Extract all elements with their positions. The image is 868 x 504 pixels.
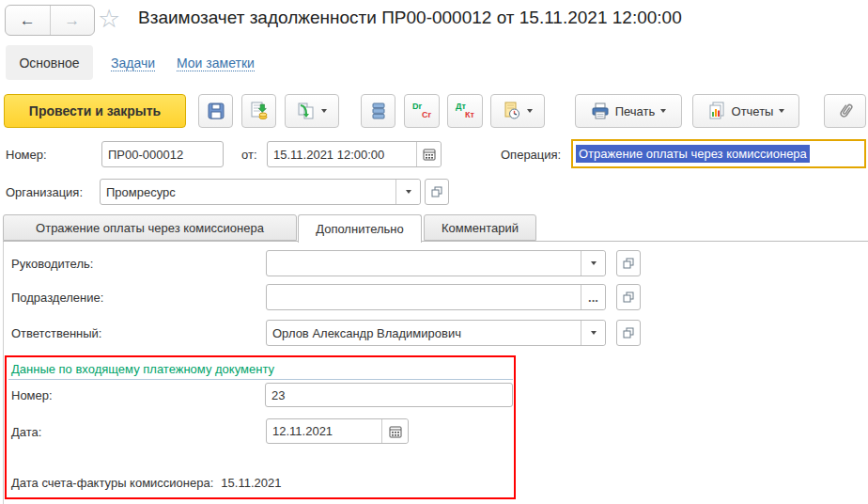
payment-number-input[interactable]: 23 <box>265 383 513 407</box>
tab-operation-label: Отражение оплаты через комиссионера <box>36 221 264 235</box>
group-title-underline <box>8 379 513 380</box>
manager-label: Руководитель: <box>11 257 93 272</box>
dr-label: Dr <box>412 102 422 111</box>
tab-additional-label: Дополнительно <box>316 222 404 236</box>
section-tab-main[interactable]: Основное <box>6 45 93 80</box>
department-open-button[interactable] <box>616 284 641 310</box>
chevron-down-icon <box>591 261 597 265</box>
history-nav: ← → <box>5 5 95 36</box>
tab-panel-top-border <box>3 241 868 242</box>
calendar-icon <box>423 148 436 161</box>
page-title: Взаимозачет задолженности ПР00-000012 от… <box>138 8 682 28</box>
responsible-dropdown-button[interactable] <box>581 321 605 345</box>
organization-input[interactable]: Промресурс <box>100 179 421 205</box>
manager-dropdown-button[interactable] <box>581 251 605 276</box>
dr-cr-icon: Dr Cr <box>411 101 432 121</box>
manager-input[interactable] <box>266 250 606 276</box>
kt-label: Кт <box>465 111 474 119</box>
payment-date-value: 12.11.2021 <box>267 424 381 438</box>
responsible-input[interactable]: Орлов Александр Владимирович <box>266 320 606 346</box>
department-label: Подразделение: <box>11 291 103 306</box>
print-button[interactable]: Печать <box>575 94 682 128</box>
tab-comment-label: Комментарий <box>442 221 519 235</box>
tab-panel-left-border <box>3 241 4 504</box>
manager-open-button[interactable] <box>616 250 641 276</box>
open-in-new-icon <box>431 186 442 197</box>
operation-input[interactable]: Отражение оплаты через комиссионера <box>571 139 866 168</box>
post-and-close-button[interactable]: Провести и закрыть <box>4 94 186 128</box>
open-in-new-icon <box>623 258 634 269</box>
dr-cr-button[interactable]: Dr Cr <box>404 94 440 128</box>
favorite-star-icon[interactable]: ☆ <box>98 3 120 35</box>
number-input[interactable]: ПР00-000012 <box>101 141 224 167</box>
reports-dropdown-caret <box>779 109 784 113</box>
tab-comment[interactable]: Комментарий <box>424 214 536 241</box>
post-document-icon <box>250 102 269 120</box>
open-in-new-icon <box>623 291 634 303</box>
organization-value: Промресурс <box>101 185 395 199</box>
section-link-notes[interactable]: Мои заметки <box>177 55 255 71</box>
tab-additional[interactable]: Дополнительно <box>298 214 422 243</box>
date-value: 15.11.2021 12:00:00 <box>268 148 416 162</box>
post-button[interactable] <box>241 94 276 128</box>
operation-selected-text: Отражение оплаты через комиссионера <box>576 145 810 163</box>
forward-button[interactable]: → <box>51 6 95 35</box>
department-choose-button[interactable]: ... <box>581 285 605 309</box>
payment-date-calendar-button[interactable] <box>381 419 408 443</box>
document-clock-icon <box>503 102 521 120</box>
schedule-posting-button[interactable] <box>490 94 545 128</box>
create-based-on-dropdown-caret <box>321 109 327 113</box>
payment-doc-group-title: Данные по входящему платежному документу <box>11 362 274 376</box>
post-and-close-label: Провести и закрыть <box>29 103 161 118</box>
save-button[interactable] <box>198 94 233 128</box>
open-in-new-icon <box>623 327 634 339</box>
invoice-date-row: Дата счета-фактуры комиссионера: 15.11.2… <box>11 476 281 490</box>
invoice-date-label: Дата счета-фактуры комиссионера: <box>11 476 213 490</box>
save-icon <box>207 102 225 120</box>
back-arrow-icon: ← <box>20 11 36 30</box>
printer-icon <box>591 102 610 119</box>
organization-label: Организация: <box>6 185 83 200</box>
calendar-icon <box>389 425 402 438</box>
print-dropdown-caret <box>660 109 666 113</box>
department-input[interactable]: ... <box>266 284 606 310</box>
dt-kt-icon: Дт Кт <box>455 101 475 121</box>
number-label: Номер: <box>6 148 47 163</box>
payment-number-label: Номер: <box>11 388 53 403</box>
section-link-tasks[interactable]: Задачи <box>111 55 155 71</box>
attachments-button[interactable] <box>824 94 866 128</box>
schedule-dropdown-caret <box>527 109 533 113</box>
number-value: ПР00-000012 <box>102 148 223 162</box>
responsible-open-button[interactable] <box>616 320 641 346</box>
tab-operation[interactable]: Отражение оплаты через комиссионера <box>3 214 297 241</box>
date-input[interactable]: 15.11.2021 12:00:00 <box>267 141 442 167</box>
create-based-on-button[interactable] <box>285 94 339 128</box>
responsible-label: Ответственный: <box>11 326 101 341</box>
back-button[interactable]: ← <box>6 6 51 35</box>
register-records-button[interactable] <box>361 94 395 128</box>
create-based-on-icon <box>297 102 316 120</box>
register-records-icon <box>369 102 388 120</box>
reports-label: Отчеты <box>732 104 774 118</box>
payment-date-label: Дата: <box>11 425 41 440</box>
reports-button[interactable]: Отчеты <box>692 94 799 128</box>
payment-date-input[interactable]: 12.11.2021 <box>266 418 409 444</box>
dt-kt-button[interactable]: Дт Кт <box>447 94 483 128</box>
chevron-down-icon <box>591 331 597 335</box>
operation-label: Операция: <box>501 148 561 163</box>
print-label: Печать <box>615 104 656 118</box>
date-calendar-button[interactable] <box>416 142 441 166</box>
forward-arrow-icon: → <box>64 11 80 30</box>
chevron-down-icon <box>406 190 411 194</box>
organization-open-button[interactable] <box>425 179 449 205</box>
responsible-value: Орлов Александр Владимирович <box>267 326 581 340</box>
invoice-date-value: 15.11.2021 <box>221 476 281 490</box>
date-label: от: <box>241 148 257 163</box>
report-chart-icon <box>707 102 726 120</box>
payment-number-value: 23 <box>266 388 512 402</box>
document-window: ← → ☆ Взаимозачет задолженности ПР00-000… <box>0 0 868 504</box>
paperclip-icon <box>836 102 855 120</box>
organization-dropdown-button[interactable] <box>395 180 420 204</box>
cr-label: Cr <box>422 111 431 119</box>
